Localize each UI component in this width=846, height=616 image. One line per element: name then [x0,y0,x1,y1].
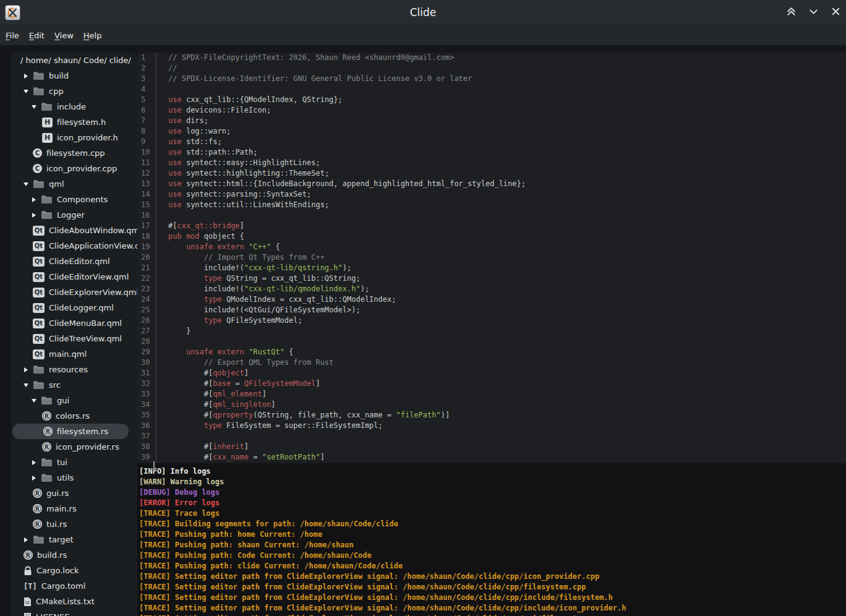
folder-icon [33,535,45,544]
tree-item-label: utils [57,473,74,482]
folder-icon [33,179,45,189]
cpp-file-icon: C [33,148,42,158]
close-button[interactable] [829,6,842,19]
tree-item-build[interactable]: build [11,68,137,83]
line-number: 38 [137,442,156,452]
line-number: 20 [137,252,156,263]
tree-item-components[interactable]: Components [11,192,137,207]
tree-item-build-rs[interactable]: Rbuild.rs [11,547,137,563]
tree-item-tui[interactable]: tui [11,455,137,470]
tree-item-gui-rs[interactable]: Rgui.rs [11,486,137,501]
code-text: use log::warn; [156,126,231,137]
tree-item-colors-rs[interactable]: Rcolors.rs [11,408,137,424]
tree-item-main-rs[interactable]: Rmain.rs [11,501,137,516]
tree-item-label: ClideAboutWindow.qml [49,226,137,235]
line-number: 2 [137,63,156,74]
tree-item-clideeditor-qml[interactable]: QtClideEditor.qml [11,254,137,269]
toml-file-icon: [T] [24,582,37,591]
menu-edit[interactable]: Edit [24,28,49,43]
line-number: 1 [137,53,156,63]
code-text: // SPDX-FileCopyrightText: 2026, Shaun R… [156,53,454,63]
code-line-39: 39 #[cxx_name = "setRootPath"] [137,452,846,463]
tree-item-icon-provider-h[interactable]: Hicon_provider.h [11,130,137,145]
tree-item-utils[interactable]: utils [11,470,137,486]
tree-item-clidelogger-qml[interactable]: QtClideLogger.qml [11,300,137,315]
code-line-11: 11use syntect::easy::HighlightLines; [137,158,846,168]
tree-item-clideeditorview-qml[interactable]: QtClideEditorView.qml [11,269,137,284]
tree-item-clideapplicationview-qml[interactable]: QtClideApplicationView.qml [11,238,137,254]
log-line-warn: [WARN] Warning logs [139,477,846,487]
tree-item-target[interactable]: target [11,532,137,547]
tree-item-main-qml[interactable]: Qtmain.qml [11,346,137,362]
code-text: unsafe extern "C++" { [156,242,280,252]
code-line-21: 21 include!("cxx-qt-lib/qstring.h"); [137,263,846,273]
code-line-12: 12use syntect::highlighting::ThemeSet; [137,168,846,179]
double-chevron-up-icon [785,6,797,20]
tree-item-clideaboutwindow-qml[interactable]: QtClideAboutWindow.qml [11,223,137,238]
tree-item-label: gui [57,396,69,405]
menu-view[interactable]: View [49,28,79,43]
chevron-right-icon[interactable] [23,537,29,542]
line-number: 28 [137,336,156,347]
maximize-button[interactable] [784,6,798,19]
chevron-right-icon[interactable] [31,197,37,202]
code-line-3: 3// SPDX-License-Identifier: GNU General… [137,74,846,84]
tree-item-include[interactable]: include [11,99,137,114]
line-number: 26 [137,315,156,326]
line-number: 12 [137,168,156,179]
tree-item-filesystem-cpp[interactable]: Cfilesystem.cpp [11,145,137,161]
tree-item-cargo-toml[interactable]: [T]Cargo.toml [11,578,137,594]
chevron-down-icon[interactable] [31,399,37,403]
chevron-down-icon[interactable] [23,182,29,186]
text-cursor [153,461,155,471]
folder-icon [41,102,53,111]
menu-file[interactable]: File [1,28,24,43]
folder-icon [41,396,53,405]
chevron-down-icon[interactable] [31,105,37,109]
tree-item-clidetreeview-qml[interactable]: QtClideTreeView.qml [11,331,137,346]
code-line-25: 25 include!(<QtGui/QFileSystemModel>); [137,305,846,315]
chevron-right-icon[interactable] [23,74,29,79]
code-editor[interactable]: 1// SPDX-FileCopyrightText: 2026, Shaun … [137,53,846,463]
chevron-right-icon[interactable] [31,213,37,218]
line-number: 27 [137,326,156,336]
menu-help[interactable]: Help [79,28,107,43]
tree-item-qml[interactable]: qml [11,176,137,192]
tree-item-icon-provider-rs[interactable]: Ricon_provider.rs [11,439,137,455]
tree-item-cmakelists-txt[interactable]: CMakeLists.txt [11,594,137,609]
rust-file-icon: R [33,489,42,498]
code-line-29: 29 unsafe extern "RustQt" { [137,347,846,357]
tree-item-license[interactable]: LICENSE [11,609,137,616]
minimize-button[interactable] [806,6,820,19]
folder-icon [41,195,53,204]
qt-file-icon: Qt [33,349,45,359]
title-bar: Clide [0,0,846,25]
file-tree: buildcppincludeHfilesystem.hHicon_provid… [11,68,137,616]
tree-item-gui[interactable]: gui [11,393,137,408]
tree-item-filesystem-h[interactable]: Hfilesystem.h [11,114,137,130]
tree-item-icon-provider-cpp[interactable]: Cicon_provider.cpp [11,161,137,176]
tree-item-resources[interactable]: resources [11,362,137,377]
rust-file-icon: R [43,427,53,436]
code-text: use devicons::FileIcon; [156,105,271,116]
tree-item-src[interactable]: src [11,377,137,393]
line-number: 14 [137,189,156,200]
tree-item-clidemenubar-qml[interactable]: QtClideMenuBar.qml [11,315,137,331]
code-line-33: 33 #[qml_element] [137,389,846,400]
log-panel[interactable]: [INFO] Info logs[WARN] Warning logs[DEBU… [137,464,846,616]
qt-file-icon: Qt [33,319,45,328]
tree-item-logger[interactable]: Logger [11,207,137,223]
chevron-down-icon[interactable] [23,90,29,93]
chevron-right-icon[interactable] [31,476,37,481]
tree-item-filesystem-rs[interactable]: Rfilesystem.rs [12,424,129,439]
chevron-right-icon[interactable] [23,367,29,372]
line-number: 7 [137,116,156,126]
log-line-error: [ERROR] Error logs [139,498,846,508]
tree-item-tui-rs[interactable]: Rtui.rs [11,516,137,532]
tree-item-cpp[interactable]: cpp [11,83,137,99]
chevron-down-icon[interactable] [23,383,29,387]
tree-item-clideexplorerview-qml[interactable]: QtClideExplorerView.qml [11,284,137,300]
code-line-8: 8use log::warn; [137,126,846,137]
chevron-right-icon[interactable] [31,460,37,465]
tree-item-cargo-lock[interactable]: Cargo.lock [11,563,137,578]
